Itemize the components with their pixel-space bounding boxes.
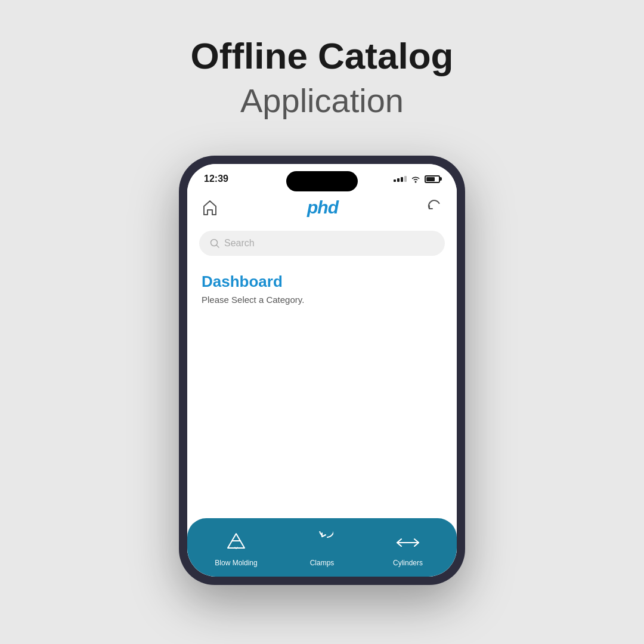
cylinders-icon (395, 530, 420, 555)
dashboard-subtitle: Please Select a Category. (202, 295, 442, 305)
status-bar: 12:39 (187, 164, 457, 189)
page-subtitle: Application (191, 81, 454, 120)
search-icon (210, 239, 219, 248)
bottom-nav: Blow Molding Clamps (187, 518, 457, 577)
status-time: 12:39 (204, 174, 228, 184)
search-placeholder: Search (224, 238, 255, 249)
blow-molding-icon (224, 530, 249, 555)
nav-item-clamps[interactable]: Clamps (295, 530, 349, 567)
phone-screen: 12:39 (187, 164, 457, 577)
wifi-icon (410, 175, 421, 183)
page-header: Offline Catalog Application (191, 36, 454, 120)
home-icon[interactable] (202, 199, 218, 216)
refresh-icon[interactable] (427, 200, 442, 215)
nav-label-blow-molding: Blow Molding (215, 559, 257, 567)
app-logo: phd (307, 197, 338, 218)
clamps-icon (309, 530, 335, 555)
page-title: Offline Catalog (191, 36, 454, 76)
nav-item-blow-molding[interactable]: Blow Molding (209, 530, 263, 567)
app-header: phd (187, 189, 457, 226)
dashboard-section: Dashboard Please Select a Category. (187, 265, 457, 518)
dynamic-island (286, 171, 358, 191)
nav-label-clamps: Clamps (310, 559, 335, 567)
battery-icon (425, 175, 440, 183)
nav-item-cylinders[interactable]: Cylinders (381, 530, 435, 567)
nav-label-cylinders: Cylinders (393, 559, 423, 567)
status-icons (394, 175, 440, 183)
search-bar[interactable]: Search (199, 231, 445, 256)
dashboard-title: Dashboard (202, 273, 442, 291)
svg-line-1 (216, 245, 219, 247)
app-content: phd Se (187, 189, 457, 577)
phone-frame: 12:39 (179, 156, 465, 585)
phone-mockup: 12:39 (179, 156, 465, 585)
signal-icon (394, 176, 407, 182)
